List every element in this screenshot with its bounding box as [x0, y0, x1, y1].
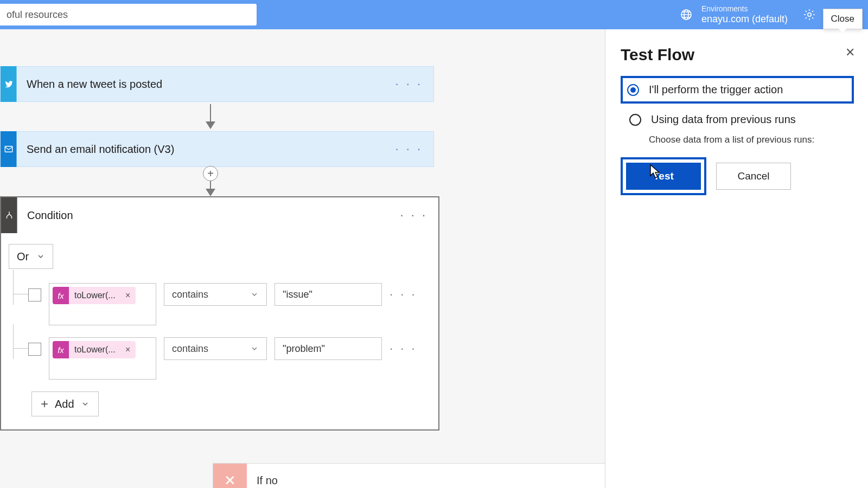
add-rule-button[interactable]: + Add: [31, 391, 99, 416]
fx-icon: fx: [53, 287, 69, 304]
add-step-button[interactable]: +: [203, 166, 218, 181]
svg-point-2: [808, 13, 811, 16]
trigger-step[interactable]: When a new tweet is posted · · ·: [0, 66, 434, 102]
expression-token[interactable]: fx toLower(... ×: [53, 341, 136, 358]
connector-arrow: [0, 102, 434, 131]
search-text: oful resources: [7, 9, 68, 21]
rule-left-operand[interactable]: fx toLower(... ×: [49, 337, 156, 380]
chevron-down-icon: [81, 400, 90, 408]
rule-checkbox[interactable]: [28, 343, 41, 356]
token-text: toLower(...: [69, 291, 120, 300]
condition-body: Or fx toLower(... × contains: [1, 233, 438, 429]
panel-button-row: Test Cancel: [621, 157, 854, 195]
step-menu[interactable]: · · ·: [395, 77, 423, 91]
option-perform-trigger[interactable]: I'll perform the trigger action: [621, 76, 854, 104]
test-button[interactable]: Test: [626, 163, 701, 190]
test-flow-panel: ✕ Test Flow I'll perform the trigger act…: [605, 29, 868, 488]
condition-rule: fx toLower(... × contains · · ·: [9, 337, 431, 380]
twitter-icon: [1, 66, 17, 102]
branch-icon: [1, 197, 17, 233]
close-tooltip: Close: [823, 9, 863, 29]
rule-operator-select[interactable]: contains: [164, 337, 267, 360]
step-menu[interactable]: · · ·: [395, 142, 423, 156]
option-label: Using data from previous runs: [651, 113, 796, 126]
close-panel-button[interactable]: ✕: [845, 46, 855, 60]
token-text: toLower(...: [69, 345, 120, 355]
group-operator-label: Or: [17, 251, 29, 263]
environment-picker[interactable]: Environments enayu.com (default): [680, 4, 788, 25]
search-input[interactable]: oful resources: [0, 4, 257, 25]
rule-operator-select[interactable]: contains: [164, 283, 267, 306]
radio-icon: [629, 114, 641, 126]
condition-title: Condition: [27, 209, 73, 222]
plus-icon: +: [41, 396, 48, 412]
remove-token[interactable]: ×: [120, 291, 136, 300]
rule-menu[interactable]: · · ·: [390, 342, 417, 356]
rule-value-input[interactable]: [275, 337, 382, 360]
chevron-down-icon: [250, 290, 259, 299]
action-title: Send an email notification (V3): [27, 143, 174, 156]
cancel-button[interactable]: Cancel: [716, 163, 791, 190]
operator-label: contains: [172, 289, 208, 300]
environment-value: enayu.com (default): [701, 14, 788, 25]
option-previous-runs[interactable]: Using data from previous runs: [621, 106, 854, 133]
expression-token[interactable]: fx toLower(... ×: [53, 287, 136, 304]
environment-label: Environments: [701, 4, 788, 14]
rule-left-operand[interactable]: fx toLower(... ×: [49, 283, 156, 325]
add-label: Add: [55, 398, 74, 410]
close-icon: ✕: [213, 464, 247, 488]
rule-checkbox[interactable]: [28, 288, 41, 301]
chevron-down-icon: [250, 344, 259, 353]
chevron-down-icon: [36, 252, 45, 261]
action-step-email[interactable]: Send an email notification (V3) · · ·: [0, 131, 434, 167]
step-menu[interactable]: · · ·: [400, 208, 427, 222]
environment-text: Environments enayu.com (default): [701, 4, 788, 25]
top-bar: oful resources Environments enayu.com (d…: [0, 0, 868, 29]
trigger-title: When a new tweet is posted: [27, 78, 162, 91]
rule-menu[interactable]: · · ·: [390, 287, 417, 301]
option-label: I'll perform the trigger action: [649, 84, 783, 96]
condition-rule: fx toLower(... × contains · · ·: [9, 283, 431, 325]
group-operator-select[interactable]: Or: [9, 244, 53, 269]
remove-token[interactable]: ×: [120, 345, 136, 355]
branch-label: If no: [247, 474, 278, 487]
mail-icon: [1, 131, 17, 167]
globe-icon: [680, 8, 693, 21]
rule-value-input[interactable]: [275, 283, 382, 306]
if-no-branch[interactable]: ✕ If no: [213, 463, 608, 488]
option-subtext: Choose data from a list of previous runs…: [649, 134, 854, 145]
connector-arrow-plus: +: [0, 167, 434, 196]
gear-icon[interactable]: [803, 8, 816, 21]
condition-step[interactable]: Condition · · · Or fx toLower(... ×: [0, 196, 439, 431]
radio-icon: [627, 84, 639, 96]
operator-label: contains: [172, 343, 208, 355]
test-button-highlight: Test: [621, 157, 706, 195]
fx-icon: fx: [53, 341, 69, 358]
panel-title: Test Flow: [621, 46, 854, 64]
